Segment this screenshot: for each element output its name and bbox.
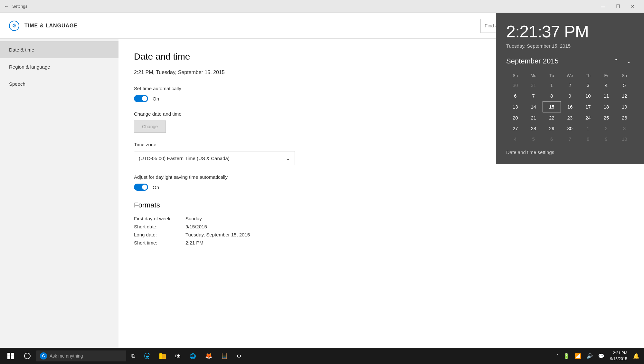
calendar-day[interactable]: 2 — [597, 123, 616, 134]
explorer-button[interactable] — [156, 348, 170, 364]
calendar-day-header: Sa — [615, 71, 634, 80]
calculator-button[interactable]: 🧮 — [217, 348, 232, 364]
calendar-day[interactable]: 7 — [525, 91, 543, 101]
calendar-popup: 2:21:37 PM Tuesday, September 15, 2015 S… — [496, 13, 644, 164]
calendar-day[interactable]: 30 — [561, 123, 579, 134]
settings-taskbar-button[interactable]: ⚙ — [233, 348, 245, 364]
close-button[interactable]: ✕ — [625, 0, 640, 13]
calendar-day-header: We — [561, 71, 579, 80]
calendar-day[interactable]: 17 — [579, 101, 597, 112]
calendar-next-button[interactable]: ⌄ — [624, 56, 634, 66]
format-key: First day of week: — [134, 216, 185, 221]
calendar-day[interactable]: 1 — [543, 80, 561, 91]
clock-time: 2:21:37 PM — [506, 22, 634, 41]
calendar-day[interactable]: 23 — [561, 112, 579, 123]
calendar-day[interactable]: 24 — [579, 112, 597, 123]
svg-rect-0 — [7, 353, 10, 356]
taskbar-date: 9/15/2015 — [610, 356, 627, 362]
calendar-day[interactable]: 6 — [543, 134, 561, 144]
calendar-day[interactable]: 8 — [579, 134, 597, 144]
calendar-day[interactable]: 7 — [561, 134, 579, 144]
svg-rect-7 — [159, 353, 162, 355]
calendar-day[interactable]: 30 — [506, 80, 525, 91]
calendar-day[interactable]: 16 — [561, 101, 579, 112]
calendar-day[interactable]: 28 — [525, 123, 543, 134]
calendar-day[interactable]: 10 — [579, 91, 597, 101]
calendar-day[interactable]: 25 — [597, 112, 616, 123]
store-button[interactable]: 🛍 — [171, 348, 185, 364]
titlebar-controls: — ❐ ✕ — [596, 0, 640, 13]
calendar-day[interactable]: 31 — [525, 80, 543, 91]
cortana-button[interactable] — [20, 348, 35, 364]
notification-chevron-icon[interactable]: ˂ — [555, 354, 560, 358]
calendar-day[interactable]: 5 — [525, 134, 543, 144]
volume-icon[interactable]: 🔊 — [584, 353, 595, 359]
calendar-day[interactable]: 3 — [579, 80, 597, 91]
format-row: Long date:Tuesday, September 15, 2015 — [134, 232, 629, 237]
sidebar-item-region-language[interactable]: Region & language — [0, 58, 118, 75]
unknown-button[interactable]: 🌐 — [186, 348, 200, 364]
calendar-day[interactable]: 4 — [597, 80, 616, 91]
calendar-day[interactable]: 22 — [543, 112, 561, 123]
calendar-day[interactable]: 3 — [615, 123, 634, 134]
taskbar-time: 2:21 PM — [610, 350, 627, 356]
calendar-day[interactable]: 9 — [597, 134, 616, 144]
calendar-day[interactable]: 27 — [506, 123, 525, 134]
calendar-day[interactable]: 6 — [506, 91, 525, 101]
calendar-day[interactable]: 1 — [579, 123, 597, 134]
formats-title: Formats — [134, 201, 629, 209]
clock-date-full: Tuesday, September 15, 2015 — [506, 43, 634, 49]
daylight-toggle-row: On — [134, 184, 629, 191]
calendar-day[interactable]: 4 — [506, 134, 525, 144]
calendar-day[interactable]: 11 — [597, 91, 616, 101]
calendar-footer-link[interactable]: Date and time settings — [506, 149, 634, 155]
calendar-day[interactable]: 21 — [525, 112, 543, 123]
calendar-day[interactable]: 18 — [597, 101, 616, 112]
settings-gear-icon: ⚙ — [9, 21, 19, 31]
calendar-day[interactable]: 5 — [615, 80, 634, 91]
sidebar-item-date-time[interactable]: Date & time — [0, 41, 118, 58]
calendar-day[interactable]: 29 — [543, 123, 561, 134]
daylight-toggle-label: On — [153, 185, 159, 190]
calendar-day[interactable]: 20 — [506, 112, 525, 123]
calendar-prev-button[interactable]: ⌃ — [611, 56, 621, 66]
svg-point-4 — [24, 353, 30, 359]
back-icon[interactable]: ← — [4, 4, 9, 9]
timezone-select[interactable]: (UTC-05:00) Eastern Time (US & Canada) — [134, 151, 295, 165]
calendar-day[interactable]: 10 — [615, 134, 634, 144]
maximize-button[interactable]: ❐ — [611, 0, 625, 13]
calendar-day[interactable]: 26 — [615, 112, 634, 123]
calendar-month-year: September 2015 — [506, 57, 559, 65]
change-button[interactable]: Change — [134, 120, 166, 133]
calendar-day-header: Fr — [597, 71, 616, 80]
minimize-button[interactable]: — — [596, 0, 611, 13]
calendar-day[interactable]: 2 — [561, 80, 579, 91]
calendar-day[interactable]: 12 — [615, 91, 634, 101]
calendar-day[interactable]: 15 — [543, 101, 561, 112]
edge-button[interactable] — [140, 348, 154, 364]
message-icon[interactable]: 💬 — [596, 353, 606, 359]
set-time-auto-toggle[interactable] — [134, 95, 148, 102]
taskbar-clock[interactable]: 2:21 PM 9/15/2015 — [608, 350, 630, 362]
calendar-day[interactable]: 9 — [561, 91, 579, 101]
calendar-day[interactable]: 19 — [615, 101, 634, 112]
task-view-button[interactable]: ⧉ — [128, 348, 139, 364]
wifi-icon: 📶 — [573, 353, 583, 359]
daylight-toggle[interactable] — [134, 184, 148, 191]
firefox-button[interactable]: 🦊 — [201, 348, 216, 364]
taskbar-search-box[interactable]: C Ask me anything — [36, 350, 126, 361]
calendar-day[interactable]: 13 — [506, 101, 525, 112]
app-header-left: ⚙ TIME & LANGUAGE — [9, 21, 78, 31]
calendar-day[interactable]: 8 — [543, 91, 561, 101]
titlebar: ← Settings — ❐ ✕ — [0, 0, 644, 13]
calendar-day[interactable]: 14 — [525, 101, 543, 112]
format-key: Short date: — [134, 224, 185, 229]
start-button[interactable] — [3, 348, 19, 364]
taskbar: C Ask me anything ⧉ 🛍 🌐 🦊 🧮 ⚙ ˂ 🔋 📶 🔊 💬 … — [0, 348, 644, 364]
notifications-icon[interactable]: 🔔 — [631, 353, 641, 359]
sidebar-item-speech[interactable]: Speech — [0, 75, 118, 92]
sidebar-item-label: Region & language — [9, 64, 50, 70]
format-row: First day of week:Sunday — [134, 216, 629, 221]
timezone-select-wrapper: (UTC-05:00) Eastern Time (US & Canada) — [134, 151, 295, 165]
calendar-day-header: Tu — [543, 71, 561, 80]
